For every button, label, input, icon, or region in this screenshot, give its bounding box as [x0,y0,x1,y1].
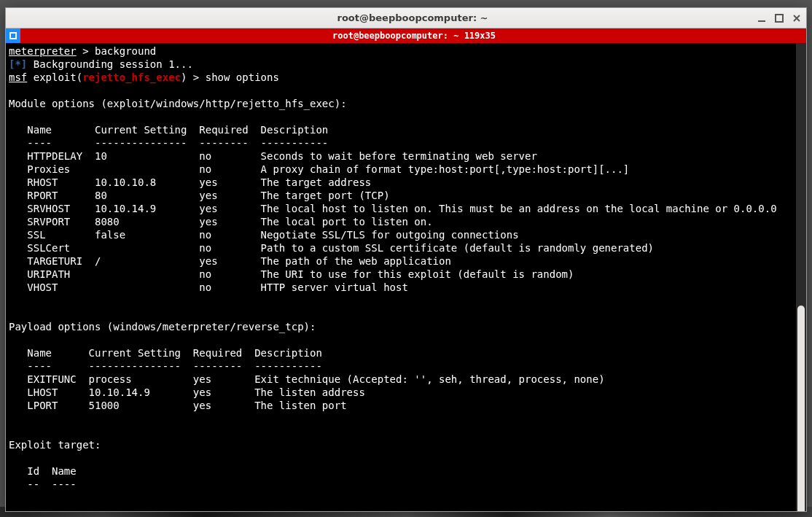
opt-rhost: RHOST 10.10.10.8 yes The target address [9,176,371,188]
payload-table-header: Name Current Setting Required Descriptio… [9,347,322,359]
terminal-output[interactable]: meterpreter > background [*] Backgroundi… [6,43,796,511]
opt-httpdelay: HTTPDELAY 10 no Seconds to wait before t… [9,150,537,162]
options-table-sep: ---- --------------- -------- ----------… [9,137,328,149]
show-options-cmd: ) > show options [181,71,279,83]
options-table-header: Name Current Setting Required Descriptio… [9,124,328,136]
scrollbar-thumb[interactable] [797,306,805,511]
payload-lhost: LHOST 10.10.14.9 yes The listen address [9,386,365,398]
svg-rect-1 [776,15,783,22]
exploit-open: exploit( [27,71,82,83]
command-background: > background [77,45,157,57]
maximize-button[interactable] [774,13,784,23]
window-titlebar[interactable]: root@beepboopcomputer: ~ [6,8,806,28]
opt-srvhost: SRVHOST 10.10.14.9 yes The local host to… [9,203,777,214]
opt-targeturi: TARGETURI / yes The path of the web appl… [9,255,451,267]
payload-table-sep: ---- --------------- -------- ----------… [9,360,322,372]
opt-proxies: Proxies no A proxy chain of format type:… [9,163,629,175]
backgrounding-msg: Backgrounding session 1... [27,58,193,70]
close-button[interactable] [792,13,802,23]
opt-vhost: VHOST no HTTP server virtual host [9,281,408,293]
target-table-sep: -- ---- [9,478,77,490]
terminal-tabbar: root@beepboopcomputer: ~ 119x35 [6,28,806,43]
opt-rport: RPORT 80 yes The target port (TCP) [9,190,390,201]
exploit-module-name: rejetto_hfs_exec [82,71,181,83]
payload-exitfunc: EXITFUNC process yes Exit technique (Acc… [9,373,605,385]
terminal-scrollbar[interactable] [796,43,806,511]
opt-srvport: SRVPORT 8080 yes The local port to liste… [9,216,433,228]
terminal-window: root@beepboopcomputer: ~ root@beepboopco… [5,7,807,512]
module-options-header: Module options (exploit/windows/http/rej… [9,98,347,109]
meterpreter-prompt: meterpreter [9,45,77,57]
opt-ssl: SSL false no Negotiate SSL/TLS for outgo… [9,229,519,241]
window-title: root@beepboopcomputer: ~ [69,12,757,23]
tab-app-icon[interactable] [6,28,20,43]
target-table-header: Id Name [9,465,77,477]
svg-rect-0 [758,20,765,22]
info-marker: [*] [9,58,27,70]
window-controls [757,13,802,23]
opt-sslcert: SSLCert no Path to a custom SSL certific… [9,242,654,254]
minimize-button[interactable] [757,13,767,23]
payload-lport: LPORT 51000 yes The listen port [9,400,347,411]
tab-title: root@beepboopcomputer: ~ 119x35 [22,31,806,41]
exploit-target-header: Exploit target: [9,439,101,451]
payload-options-header: Payload options (windows/meterpreter/rev… [9,321,316,333]
opt-uripath: URIPATH no The URI to use for this explo… [9,268,574,280]
msf-prompt: msf [9,71,27,83]
